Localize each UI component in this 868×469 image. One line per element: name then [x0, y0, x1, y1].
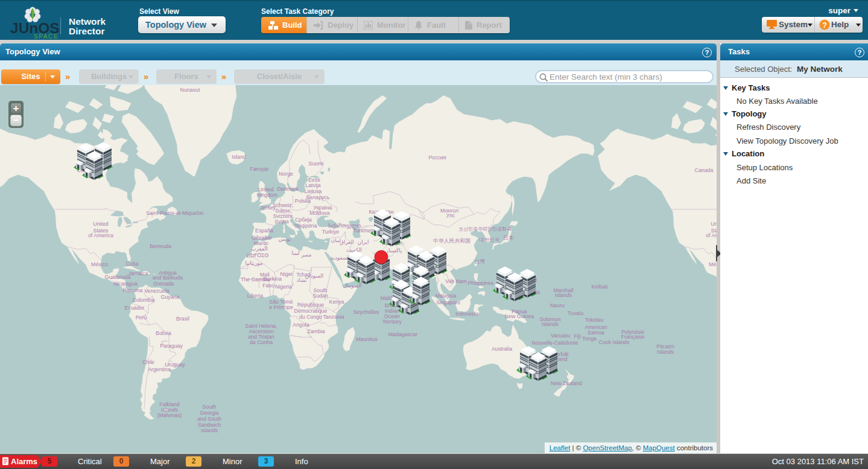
svg-text:SPACE: SPACE: [34, 33, 59, 40]
svg-text:?: ?: [822, 21, 827, 30]
